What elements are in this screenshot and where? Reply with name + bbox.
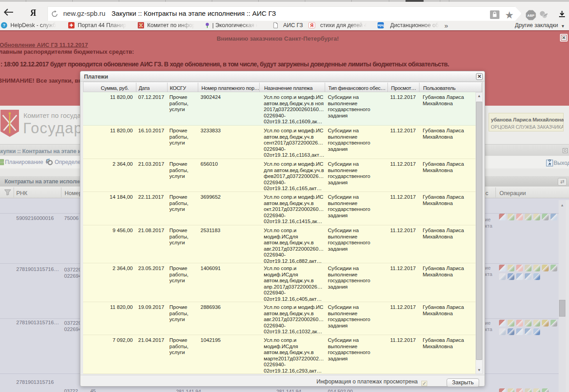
svg-text:ABP: ABP <box>527 14 535 18</box>
